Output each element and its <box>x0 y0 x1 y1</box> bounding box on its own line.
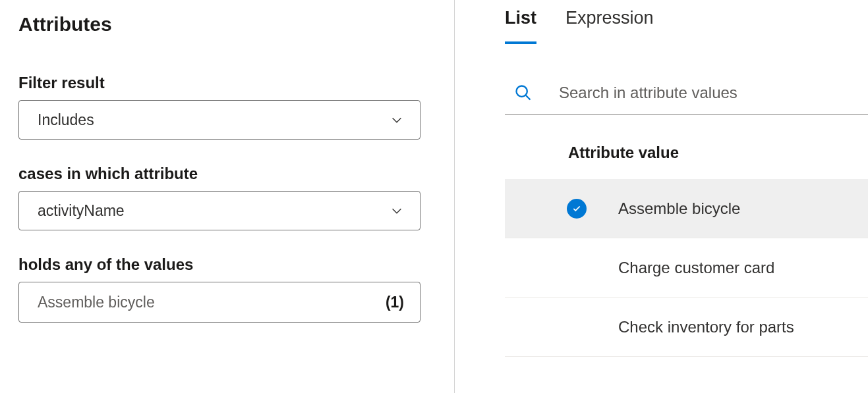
cases-attribute-group: cases in which attribute activityName <box>18 165 436 230</box>
holds-values-group: holds any of the values Assemble bicycle… <box>18 255 436 323</box>
list-item-label: Charge customer card <box>618 259 774 277</box>
list-item[interactable]: Check inventory for parts <box>505 298 868 357</box>
holds-values-label: holds any of the values <box>18 255 436 274</box>
filter-result-label: Filter result <box>18 74 436 92</box>
cases-attribute-value: activityName <box>38 202 125 220</box>
filter-result-value: Includes <box>38 111 94 129</box>
holds-values-text: Assemble bicycle <box>38 294 155 311</box>
check-icon <box>567 199 587 219</box>
attribute-value-header: Attribute value <box>568 115 868 179</box>
right-panel: List Expression Attribute value Assemble… <box>455 0 868 393</box>
cases-attribute-label: cases in which attribute <box>18 165 436 183</box>
tab-expression[interactable]: Expression <box>565 8 654 44</box>
filter-result-group: Filter result Includes <box>18 74 436 140</box>
holds-values-box[interactable]: Assemble bicycle (1) <box>18 282 420 323</box>
filter-result-select[interactable]: Includes <box>18 100 420 140</box>
search-row <box>505 76 868 115</box>
search-icon <box>514 84 533 102</box>
list-item[interactable]: Assemble bicycle <box>505 179 868 238</box>
svg-point-0 <box>517 86 527 97</box>
search-input[interactable] <box>559 84 868 102</box>
list-item-label: Check inventory for parts <box>618 318 794 336</box>
cases-attribute-select[interactable]: activityName <box>18 191 420 230</box>
svg-line-1 <box>526 95 531 100</box>
left-panel: Attributes Filter result Includes cases … <box>0 0 455 393</box>
tabs: List Expression <box>505 8 868 44</box>
list-item[interactable]: Charge customer card <box>505 238 868 298</box>
list-item-label: Assemble bicycle <box>618 199 740 218</box>
tab-list[interactable]: List <box>505 8 536 44</box>
holds-values-count: (1) <box>386 294 404 311</box>
panel-title: Attributes <box>18 13 436 36</box>
chevron-down-icon <box>390 113 404 127</box>
chevron-down-icon <box>390 203 404 218</box>
